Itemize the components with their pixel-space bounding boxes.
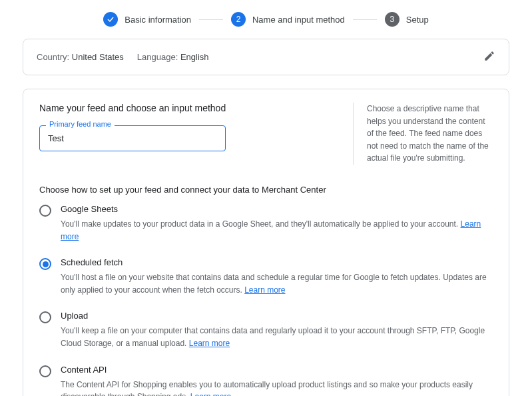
step-setup[interactable]: 3 Setup xyxy=(385,12,429,27)
option-desc: The Content API for Shopping enables you… xyxy=(61,379,493,396)
feed-name-label: Primary feed name xyxy=(46,120,115,128)
country-value: United States xyxy=(72,52,124,62)
pencil-icon[interactable] xyxy=(483,50,495,64)
step-name-and-input[interactable]: 2 Name and input method xyxy=(231,12,345,27)
option-title: Google Sheets xyxy=(61,204,493,214)
summary-card: Country: United States Language: English xyxy=(23,39,509,75)
step-label: Setup xyxy=(406,15,429,25)
learn-more-link[interactable]: Learn more xyxy=(244,285,285,295)
feed-name-input[interactable] xyxy=(39,125,226,151)
step-label: Basic information xyxy=(125,15,191,25)
step-label: Name and input method xyxy=(252,15,345,25)
option-scheduled-fetch[interactable]: Scheduled fetch You'll host a file on yo… xyxy=(39,257,493,296)
step-divider xyxy=(353,19,377,20)
option-desc: You'll keep a file on your computer that… xyxy=(61,325,493,349)
radio-google-sheets[interactable] xyxy=(39,205,51,217)
learn-more-link[interactable]: Learn more xyxy=(190,392,231,396)
option-desc: You'll make updates to your product data… xyxy=(61,218,493,243)
help-text: Choose a descriptive name that helps you… xyxy=(353,103,493,165)
radio-scheduled-fetch[interactable] xyxy=(39,258,51,270)
stepper: Basic information 2 Name and input metho… xyxy=(0,0,532,39)
check-icon xyxy=(103,12,118,27)
learn-more-link[interactable]: Learn more xyxy=(189,339,230,348)
feed-name-field-wrap: Primary feed name xyxy=(39,125,226,151)
radio-upload[interactable] xyxy=(39,311,51,323)
option-title: Upload xyxy=(61,311,493,321)
language-label: Language: xyxy=(137,52,178,62)
step-divider xyxy=(199,19,223,20)
option-desc: You'll host a file on your website that … xyxy=(61,271,493,296)
input-method-subheading: Choose how to set up your feed and conne… xyxy=(39,185,493,195)
language-value: English xyxy=(180,52,209,62)
radio-content-api[interactable] xyxy=(39,365,51,377)
option-google-sheets[interactable]: Google Sheets You'll make updates to you… xyxy=(39,204,493,243)
option-title: Content API xyxy=(61,365,493,375)
country-label: Country: xyxy=(37,52,69,62)
main-card: Name your feed and choose an input metho… xyxy=(23,89,509,396)
option-content-api[interactable]: Content API The Content API for Shopping… xyxy=(39,365,493,396)
section-title: Name your feed and choose an input metho… xyxy=(39,103,326,113)
step-number: 2 xyxy=(231,12,246,27)
option-title: Scheduled fetch xyxy=(61,257,493,267)
step-number: 3 xyxy=(385,12,399,27)
step-basic-information[interactable]: Basic information xyxy=(103,12,191,27)
option-upload[interactable]: Upload You'll keep a file on your comput… xyxy=(39,311,493,349)
